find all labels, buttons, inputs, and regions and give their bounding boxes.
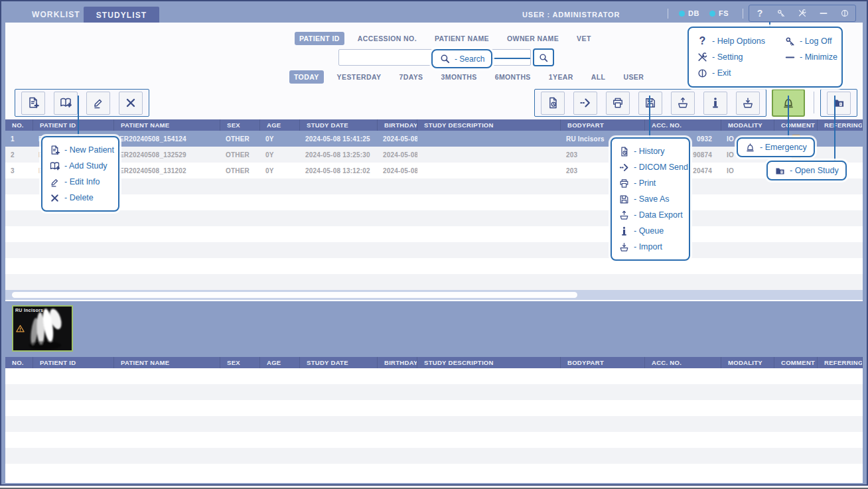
minimize-icon <box>784 52 796 63</box>
emergency-legend: - Emergency <box>737 137 815 157</box>
filter-user[interactable]: USER <box>618 70 648 84</box>
power-icon <box>840 9 849 18</box>
save-as-button[interactable] <box>638 92 662 115</box>
tab-studylist-label: STUDYLIST <box>96 11 147 20</box>
cell-birthday: 2024-05-08 <box>378 135 417 143</box>
filter-3months[interactable]: 3MONTHS <box>437 70 482 84</box>
new-patient-icon <box>49 145 60 156</box>
filter-owner-name[interactable]: OWNER NAME <box>502 32 563 45</box>
filter-1year[interactable]: 1YEAR <box>544 70 578 84</box>
help-icon: ? <box>757 9 763 18</box>
legend-label: - Exit <box>712 68 731 78</box>
fs-status-label: FS <box>719 9 729 17</box>
legend-label: - Data Export <box>634 210 683 220</box>
connector-emergency <box>788 96 789 139</box>
series-thumbnail[interactable]: RU Incisors <box>12 305 73 352</box>
col-patient-name: PATIENT NAME <box>114 119 220 131</box>
legend-import: - Import <box>618 239 682 255</box>
legend-label: - New Patient <box>64 145 114 155</box>
legend-label: - Edit Info <box>64 177 100 186</box>
cell-study-date: 2024-05-08 13:12:02 <box>300 167 378 175</box>
scrollbar-thumb[interactable] <box>12 292 577 298</box>
col-sex: SEX <box>220 119 260 131</box>
add-study-icon <box>49 161 60 172</box>
window-menu-legend: ?- Help Options - Log Off - Setting - Mi… <box>687 27 843 88</box>
legend-label: - Search <box>455 54 484 64</box>
cell-sex: OTHER <box>220 151 260 159</box>
header-divider <box>743 9 743 19</box>
minimize-button[interactable] <box>816 7 831 19</box>
col-acc-no: ACC. NO. <box>645 119 721 131</box>
print-button[interactable] <box>606 92 630 115</box>
empty-row <box>5 432 863 448</box>
open-study-button[interactable] <box>827 92 851 115</box>
bottom-table-header: NO. PATIENT ID PATIENT NAME SEX AGE STUD… <box>5 357 863 368</box>
col-study-date: STUDY DATE <box>300 119 378 131</box>
minimize-icon <box>819 9 828 18</box>
legend-edit-info: - Edit Info <box>49 174 111 190</box>
queue-icon <box>709 96 722 109</box>
col-acc-no: ACC. NO. <box>645 357 721 368</box>
study-row-1[interactable]: 1 ER20240508_154124 ER20240508_154124 OT… <box>5 131 863 147</box>
connector-right-menu <box>649 96 650 139</box>
legend-save-as: - Save As <box>618 191 682 207</box>
fs-status-indicator: FS <box>709 9 729 17</box>
queue-button[interactable] <box>703 92 727 115</box>
data-export-button[interactable] <box>671 92 695 115</box>
col-no: NO. <box>5 119 33 131</box>
col-sex: SEX <box>220 357 260 368</box>
study-row-3[interactable]: 3 ER20240508_131202 ER20240508_131202 OT… <box>5 163 863 178</box>
col-modality: MODALITY <box>721 357 774 368</box>
empty-row <box>5 210 863 226</box>
search-field-filters: PATIENT ID ACCESSION NO. PATIENT NAME OW… <box>295 32 596 45</box>
legend-emergency: - Emergency <box>745 142 807 153</box>
add-study-button[interactable] <box>54 92 78 115</box>
dicom-send-button[interactable] <box>573 92 597 115</box>
data-export-icon <box>676 96 689 109</box>
import-icon <box>618 242 630 253</box>
filter-accession-no[interactable]: ACCESSION NO. <box>353 32 421 45</box>
setting-button[interactable] <box>795 7 810 19</box>
import-button[interactable] <box>736 92 760 115</box>
empty-row <box>5 226 863 242</box>
edit-info-button[interactable] <box>86 92 110 115</box>
history-button[interactable] <box>541 92 565 115</box>
studylist-table-header: NO. PATIENT ID PATIENT NAME SEX AGE STUD… <box>5 119 863 131</box>
legend-exit: - Exit <box>697 65 779 81</box>
legend-label: - Emergency <box>760 143 807 152</box>
tab-studylist[interactable]: STUDYLIST <box>84 7 159 24</box>
legend-label: - Open Study <box>790 166 839 175</box>
legend-dicom-send: - DICOM Send <box>618 159 682 175</box>
delete-icon <box>124 96 137 109</box>
horizontal-scrollbar[interactable] <box>5 290 863 300</box>
filter-yesterday[interactable]: YESTERDAY <box>332 70 386 84</box>
study-row-2[interactable]: 2 ER20240508_132529 ER20240508_132529 OT… <box>5 147 863 163</box>
filter-patient-id[interactable]: PATIENT ID <box>295 32 344 45</box>
filter-vet[interactable]: VET <box>572 32 596 45</box>
patient-toolbar <box>15 89 149 117</box>
delete-button[interactable] <box>119 92 143 115</box>
new-patient-button[interactable] <box>21 92 45 115</box>
empty-row <box>5 368 863 384</box>
col-no: NO. <box>5 357 33 368</box>
tab-worklist[interactable]: WORKLIST <box>32 10 80 19</box>
filter-all[interactable]: ALL <box>587 70 611 84</box>
legend-label: - Queue <box>634 226 664 236</box>
cell-patient-name: ER20240508_154124 <box>114 135 220 143</box>
logoff-button[interactable] <box>774 7 788 19</box>
filter-6months[interactable]: 6MONTHS <box>490 70 536 84</box>
emergency-bell-icon <box>745 142 756 153</box>
legend-log-off: - Log Off <box>784 33 837 49</box>
exit-button[interactable] <box>837 7 852 19</box>
search-button[interactable] <box>533 48 554 66</box>
help-button[interactable]: ? <box>753 7 767 19</box>
dicom-send-icon <box>579 96 592 109</box>
cell-no: 1 <box>5 135 33 143</box>
empty-row <box>5 416 863 432</box>
empty-row <box>5 178 863 194</box>
filter-today[interactable]: TODAY <box>289 70 324 84</box>
help-icon: ? <box>697 36 708 46</box>
filter-7days[interactable]: 7DAYS <box>394 70 427 84</box>
open-study-legend: - Open Study <box>766 161 847 180</box>
filter-patient-name[interactable]: PATIENT NAME <box>430 32 494 45</box>
